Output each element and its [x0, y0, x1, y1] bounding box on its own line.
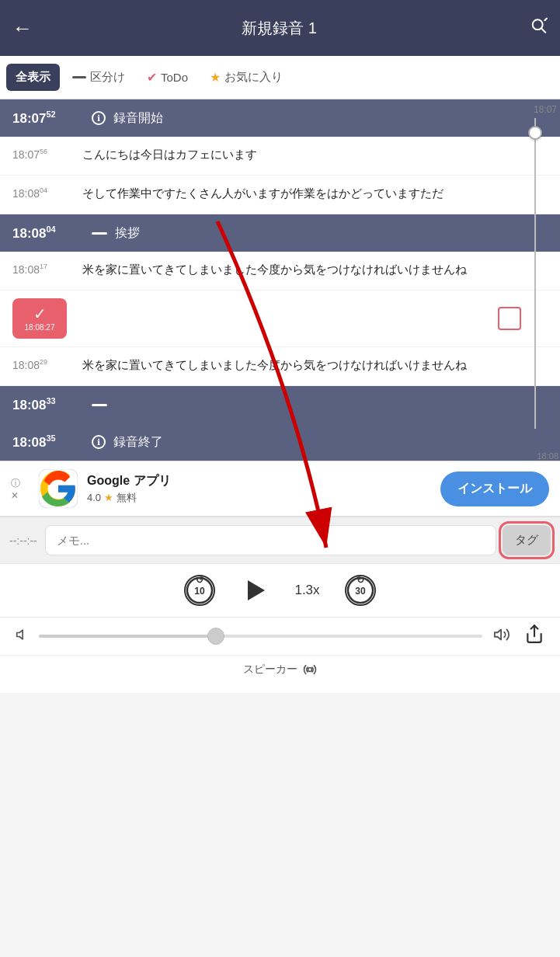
checkmark-pink-icon: ✔: [147, 70, 157, 85]
time-label: 18:0752: [12, 110, 82, 127]
content-area: 18:07 18:0752 ℹ 録音開始 18:0756 こんにちは今日はカフェ…: [0, 99, 560, 461]
svg-marker-7: [248, 580, 265, 600]
todo-time: 18:08:27: [25, 323, 55, 332]
transcript-text: 米を家に置いてきてしまいました今度から気をつけなければいけませんね: [82, 261, 521, 279]
transcript-row: 18:0804 そして作業中ですたくさん人がいますが作業をはかどっていますただ: [0, 176, 560, 214]
tab-all-label: 全表示: [16, 70, 50, 85]
time-stamp: 18:0756: [12, 146, 82, 161]
transcript-row: 18:0756 こんにちは今日はカフェにいます: [0, 137, 560, 176]
info-icon: ℹ: [92, 111, 106, 125]
dash-section-icon: [92, 232, 107, 235]
time-stamp: 18:0829: [12, 357, 82, 371]
section-header-greeting: 18:0804 挨拶: [0, 214, 560, 252]
section-header-recording-start: 18:0752 ℹ 録音開始: [0, 99, 560, 137]
checkmark-icon: ✓: [33, 306, 47, 322]
time-label: 18:0835: [12, 433, 82, 451]
back-button[interactable]: ←: [12, 16, 33, 40]
speaker-bar: スピーカー: [0, 655, 560, 693]
search-icon[interactable]: [530, 18, 548, 39]
ad-banner: ⓘ ✕ Google アプリ 4.0 ★ 無料 インストール: [0, 461, 560, 517]
header: ← 新規録音 1: [0, 0, 560, 56]
star-icon: ★: [210, 70, 221, 85]
dash-icon: [72, 76, 86, 78]
transcript-text: こんにちは今日はカフェにいます: [82, 146, 521, 164]
ad-app-name: Google アプリ: [87, 473, 440, 489]
todo-checkbox-checked[interactable]: ✓ 18:08:27: [12, 298, 67, 339]
transcript-row: 18:0829 米を家に置いてきてしまいました今度から気をつけなければいけません…: [0, 347, 560, 386]
volume-slider[interactable]: [39, 635, 482, 638]
tab-kubun[interactable]: 区分け: [63, 64, 134, 91]
forward-icon: ↻: [357, 575, 364, 586]
time-label: 18:0804: [12, 224, 82, 242]
volume-thumb[interactable]: [207, 628, 224, 645]
section-header-dash: 18:0833: [0, 386, 560, 423]
svg-point-13: [308, 668, 311, 672]
svg-marker-11: [495, 629, 501, 639]
transcript-row: 18:0817 米を家に置いてきてしまいました今度から気をつけなければいけません…: [0, 252, 560, 291]
section-label: 録音終了: [113, 434, 163, 451]
time-label-bottom: 18:08: [537, 451, 558, 461]
volume-high-icon: [493, 626, 510, 647]
svg-line-1: [541, 28, 546, 33]
tab-all[interactable]: 全表示: [6, 64, 60, 91]
ad-star-icon: ★: [104, 492, 113, 503]
share-button[interactable]: [524, 624, 544, 649]
ad-info-icon: ⓘ: [11, 477, 33, 490]
filter-bar: 全表示 区分け ✔ ToDo ★ お気に入り: [0, 56, 560, 99]
dash-icon: [92, 404, 107, 406]
tab-kubun-label: 区分け: [90, 70, 125, 85]
tag-button[interactable]: タグ: [503, 525, 551, 555]
section-header-recording-end: 18:0835 ℹ 録音終了: [0, 423, 560, 461]
right-time-column: 18:07: [526, 99, 560, 432]
info-icon: ℹ: [92, 435, 106, 449]
transcript-text: 米を家に置いてきてしまいました今度から気をつけなければいけませんね: [82, 357, 521, 374]
todo-checkbox-empty[interactable]: [498, 307, 521, 330]
svg-marker-10: [17, 630, 23, 639]
section-label: 挨拶: [115, 225, 140, 242]
rewind-button[interactable]: 10 ↺: [184, 575, 215, 606]
speaker-icon: [302, 662, 318, 677]
memo-input[interactable]: [45, 525, 496, 555]
ad-info-area: ⓘ ✕: [11, 477, 33, 501]
scrollbar-thumb[interactable]: [528, 126, 542, 140]
section-label: 録音開始: [113, 110, 163, 127]
time-label-top: 18:07: [534, 104, 557, 115]
tab-favorite[interactable]: ★ お気に入り: [200, 64, 292, 91]
volume-bar: [0, 617, 560, 655]
speaker-label: スピーカー: [243, 663, 297, 677]
svg-text:10: 10: [195, 586, 206, 597]
memo-bar: --:--:-- タグ: [0, 517, 560, 563]
ad-price: 無料: [117, 491, 137, 505]
svg-text:30: 30: [355, 586, 366, 597]
volume-low-icon: [16, 627, 31, 646]
forward-button[interactable]: 30 ↻: [345, 575, 376, 606]
time-label: 18:0833: [12, 396, 82, 413]
ad-close-icon[interactable]: ✕: [11, 490, 33, 501]
tab-favorite-label: お気に入り: [224, 70, 283, 85]
tab-todo[interactable]: ✔ ToDo: [137, 64, 197, 91]
todo-row: ✓ 18:08:27: [0, 291, 560, 347]
playback-speed-label: 1.3x: [294, 583, 319, 598]
page-title: 新規録音 1: [42, 18, 517, 39]
ad-rating: 4.0 ★ 無料: [87, 491, 440, 505]
volume-fill: [39, 635, 216, 638]
install-button[interactable]: インストール: [440, 472, 549, 506]
tab-todo-label: ToDo: [161, 71, 188, 84]
time-stamp: 18:0817: [12, 261, 82, 276]
rewind-icon: ↺: [196, 575, 203, 586]
memo-time-label: --:--:--: [9, 534, 37, 547]
google-app-icon: [39, 469, 78, 508]
svg-line-2: [544, 18, 547, 20]
play-button[interactable]: [240, 576, 270, 605]
playback-bar: 10 ↺ 1.3x 30 ↻: [0, 563, 560, 617]
time-stamp: 18:0804: [12, 185, 82, 200]
transcript-text: そして作業中ですたくさん人がいますが作業をはかどっていますただ: [82, 185, 521, 203]
ad-rating-value: 4.0: [87, 492, 101, 503]
ad-text-block: Google アプリ 4.0 ★ 無料: [87, 473, 440, 505]
